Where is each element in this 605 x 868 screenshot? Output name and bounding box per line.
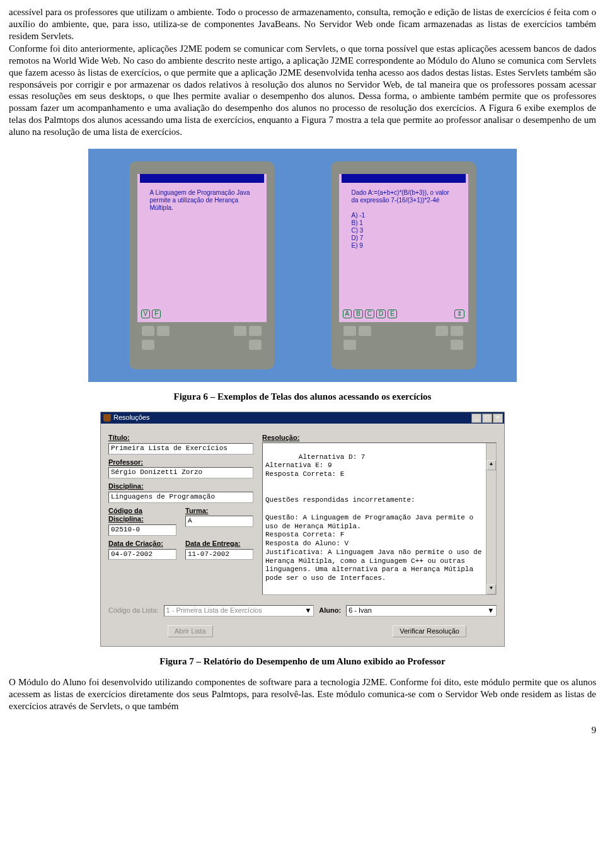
home-icon[interactable] [142,326,154,336]
disciplina-label: Disciplina: [108,482,253,491]
aluno-label: Aluno: [319,606,341,615]
close-button[interactable]: × [493,414,503,423]
pda-answer-buttons: A B C D E [343,310,397,319]
resolucoes-window: Resoluções _ □ × Título: Primeira Lista … [100,412,505,647]
paragraph-2: Conforme foi dito anteriormente, aplicaç… [9,43,596,137]
pda-nav-icon[interactable]: ⇕ [454,310,464,319]
paragraph-3: O Módulo do Aluno foi desenvolvido utili… [9,676,596,712]
page-number: 9 [9,724,596,736]
window-title-text: Resoluções [113,414,149,422]
figure-6-caption: Figura 6 – Exemplos de Telas dos alunos … [9,391,596,403]
data-entrega-label: Data de Entrega: [185,540,253,548]
resolucao-textarea[interactable]: Alternativa D: 7 Alternativa E: 9 Respos… [262,443,497,595]
maximize-button[interactable]: □ [482,414,492,423]
pda-titlebar [342,174,466,183]
cards-icon[interactable] [142,340,154,350]
pda-btn-f[interactable]: F [152,310,161,319]
professor-label: Professor: [108,458,253,467]
file-icon[interactable] [451,340,463,350]
disciplina-field[interactable]: Linguagens de Programação [108,492,253,503]
pda-device-left: A Linguagem de Programação Java permite … [129,161,274,369]
paragraph-1: acessível para os professores que utiliz… [9,6,596,42]
turma-label: Turma: [185,507,253,516]
figure-7-caption: Figura 7 – Relatório do Desempenho de um… [9,656,596,668]
codigo-disciplina-label: Código da Disciplina: [108,507,176,524]
home-icon[interactable] [343,326,356,336]
chevron-down-icon: ▼ [487,606,494,615]
codigo-disciplina-field[interactable]: 02510-0 [108,524,176,536]
data-criacao-label: Data de Criação: [108,540,176,548]
pda-titlebar [140,174,264,183]
titulo-label: Título: [108,434,253,443]
pda-screen: Dado A:=(a+b+c)*(B/(b+3)), o valor da ex… [339,174,468,322]
aluno-combo[interactable]: 6 - Ivan▼ [346,605,497,616]
data-entrega-field[interactable]: 11-07-2002 [185,549,253,560]
chevron-down-icon: ▼ [304,606,311,615]
clock-icon[interactable] [157,326,170,336]
scrollbar[interactable]: ▲ ▼ [486,443,496,594]
pda-answer-buttons: V F [141,310,161,319]
file-icon[interactable] [249,340,262,350]
data-criacao-field[interactable]: 04-07-2002 [108,549,176,560]
pda-btn-c[interactable]: C [365,310,374,319]
codigo-lista-combo[interactable]: 1 - Primeira Lista de Exercícios▼ [164,605,314,616]
pda-btn-a[interactable]: A [343,310,352,319]
turma-field[interactable]: A [185,516,253,527]
pda-nav-icons [137,322,267,336]
cards-icon[interactable] [343,340,356,350]
grid-icon[interactable] [435,326,448,336]
pda-btn-e[interactable]: E [388,310,397,319]
scroll-up-button[interactable]: ▲ [487,460,496,470]
clock-icon[interactable] [359,326,371,336]
professor-field[interactable]: Sérgio Donizetti Zorzo [108,467,253,478]
pda-screen: A Linguagem de Programação Java permite … [137,174,267,322]
menu-icon[interactable] [249,326,262,336]
menu-icon[interactable] [451,326,463,336]
pda-question-text: Dado A:=(a+b+c)*(B/(b+3)), o valor da ex… [339,187,468,252]
verificar-resolucao-button[interactable]: Verificar Resolução [393,625,466,638]
pda-btn-v[interactable]: V [141,310,151,319]
pda-btn-d[interactable]: D [376,310,386,319]
abrir-lista-button[interactable]: Abrir Lista [168,625,213,638]
window-titlebar[interactable]: Resoluções _ □ × [101,412,504,424]
figure-6-container: A Linguagem de Programação Java permite … [88,149,517,382]
pda-nav-icons [338,322,468,336]
pda-question-text: A Linguagem de Programação Java permite … [137,187,267,214]
pda-btn-b[interactable]: B [354,310,363,319]
titulo-field[interactable]: Primeira Lista de Exercícios [108,443,253,454]
scroll-down-button[interactable]: ▼ [487,584,496,594]
codigo-lista-label: Código da Lista: [108,606,159,615]
grid-icon[interactable] [234,326,246,336]
java-cup-icon [103,414,111,422]
minimize-button[interactable]: _ [471,414,481,423]
resolucao-label: Resolução: [262,434,497,443]
pda-device-right: Dado A:=(a+b+c)*(B/(b+3)), o valor da ex… [331,161,476,369]
